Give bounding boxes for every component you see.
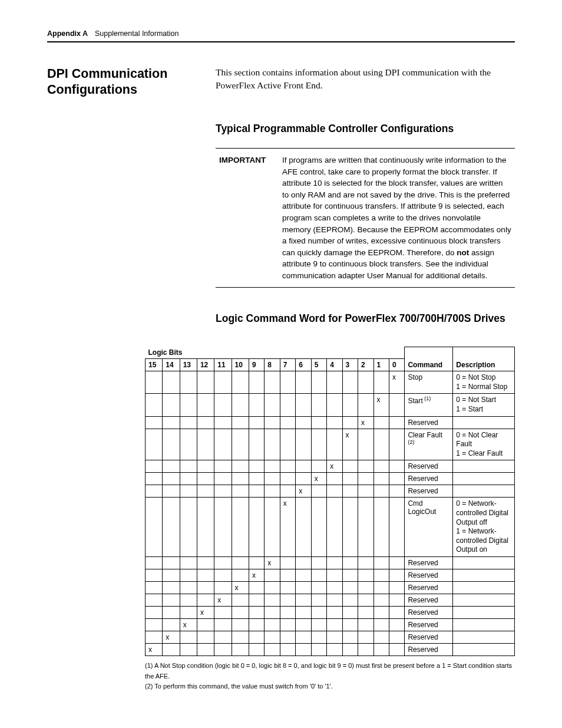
bit-cell: x xyxy=(265,556,280,569)
command-cell: Reserved xyxy=(405,606,453,618)
bit-cell xyxy=(146,498,163,557)
bit-cell xyxy=(180,485,197,498)
bit-cell xyxy=(342,460,358,473)
bit-cell xyxy=(280,429,295,460)
bit-cell xyxy=(327,556,342,569)
bit-cell xyxy=(197,460,214,473)
bit-cell xyxy=(280,581,295,594)
bit-h-9: 9 xyxy=(249,359,264,371)
bit-cell xyxy=(296,594,311,606)
bit-cell xyxy=(214,581,232,594)
logic-bits-group-header: Logic Bits xyxy=(146,347,405,359)
bit-cell xyxy=(214,618,232,631)
bit-cell xyxy=(197,618,214,631)
bit-cell xyxy=(214,556,232,569)
bit-cell xyxy=(180,581,197,594)
bit-cell xyxy=(163,606,180,618)
bit-cell xyxy=(163,594,180,606)
bit-cell xyxy=(327,581,342,594)
bit-cell xyxy=(342,394,358,416)
bit-cell xyxy=(296,473,311,485)
bit-cell xyxy=(249,594,264,606)
bit-cell xyxy=(214,394,232,416)
bit-cell xyxy=(280,371,295,394)
bit-cell xyxy=(327,485,342,498)
footnote-1: (1) A Not Stop condition (logic bit 0 = … xyxy=(145,661,515,681)
bit-cell xyxy=(146,473,163,485)
bit-cell xyxy=(296,371,311,394)
bit-cell xyxy=(197,498,214,557)
bit-cell xyxy=(265,473,280,485)
bit-cell xyxy=(197,643,214,655)
bit-cell xyxy=(358,594,373,606)
bit-cell xyxy=(311,631,326,643)
bit-cell xyxy=(280,556,295,569)
bit-cell xyxy=(389,485,404,498)
bit-cell xyxy=(296,643,311,655)
table-row: xReserved xyxy=(146,606,515,618)
bit-cell xyxy=(280,460,295,473)
bit-cell xyxy=(249,485,264,498)
bit-cell xyxy=(214,643,232,655)
bit-cell xyxy=(296,394,311,416)
bit-cell xyxy=(249,581,264,594)
bit-cell xyxy=(389,581,404,594)
sub2-row: Logic Command Word for PowerFlex 700/700… xyxy=(47,311,515,338)
bit-cell xyxy=(311,618,326,631)
bit-cell xyxy=(214,569,232,581)
bit-h-2: 2 xyxy=(358,359,373,371)
bit-cell xyxy=(327,416,342,429)
bit-cell xyxy=(327,569,342,581)
description-cell xyxy=(453,606,515,618)
bit-cell xyxy=(373,416,389,429)
description-cell xyxy=(453,643,515,655)
bit-cell xyxy=(249,618,264,631)
bit-cell xyxy=(280,569,295,581)
bit-cell xyxy=(296,429,311,460)
command-cell: Reserved xyxy=(405,618,453,631)
bit-cell xyxy=(146,618,163,631)
bit-h-5: 5 xyxy=(311,359,326,371)
description-cell xyxy=(453,460,515,473)
bit-cell xyxy=(311,460,326,473)
bit-cell xyxy=(197,485,214,498)
bit-cell xyxy=(358,473,373,485)
bit-cell xyxy=(296,581,311,594)
bit-cell: x xyxy=(296,485,311,498)
bit-cell xyxy=(342,618,358,631)
appendix-label: Appendix A xyxy=(47,29,88,38)
bit-cell xyxy=(197,556,214,569)
bit-cell xyxy=(327,606,342,618)
bit-cell xyxy=(249,556,264,569)
bit-cell xyxy=(311,498,326,557)
important-box: IMPORTANT If programs are written that c… xyxy=(216,148,515,288)
bit-cell xyxy=(197,581,214,594)
bit-cell xyxy=(358,556,373,569)
bit-cell xyxy=(163,429,180,460)
bit-cell xyxy=(342,473,358,485)
bit-cell xyxy=(280,631,295,643)
important-bold: not xyxy=(457,248,469,257)
bit-cell xyxy=(249,429,264,460)
intro-row: DPI Communication Configurations This se… xyxy=(47,66,515,98)
table-row: xStop0 = Not Stop1 = Normal Stop xyxy=(146,371,515,394)
bit-cell xyxy=(232,460,249,473)
bit-cell xyxy=(342,556,358,569)
description-cell xyxy=(453,485,515,498)
bit-cell xyxy=(163,394,180,416)
command-cell: Reserved xyxy=(405,556,453,569)
bit-cell xyxy=(373,485,389,498)
bit-cell xyxy=(265,581,280,594)
important-label: IMPORTANT xyxy=(216,152,279,284)
bit-cell xyxy=(163,416,180,429)
table-row: xReserved xyxy=(146,569,515,581)
table-row: xReserved xyxy=(146,631,515,643)
bit-cell xyxy=(389,606,404,618)
bit-cell xyxy=(146,416,163,429)
bit-cell xyxy=(265,569,280,581)
command-cell: Cmd LogicOut xyxy=(405,498,453,557)
bit-cell xyxy=(280,416,295,429)
bit-h-12: 12 xyxy=(197,359,214,371)
bit-cell xyxy=(249,473,264,485)
bit-cell xyxy=(146,371,163,394)
